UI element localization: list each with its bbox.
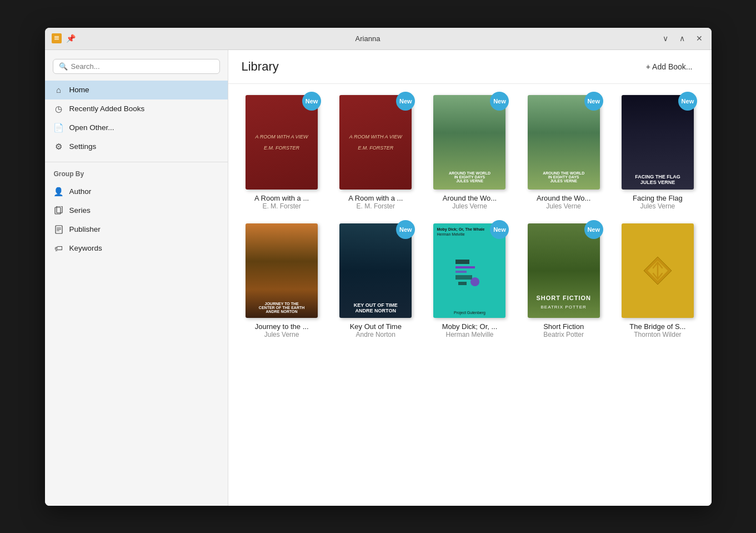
person-icon: 👤: [54, 187, 64, 197]
window-controls: ∨ ∧ ✕: [660, 33, 705, 44]
sidebar-settings-label: Settings: [69, 142, 97, 151]
new-badge: New: [490, 92, 509, 111]
search-icon: 🔍: [59, 62, 68, 71]
sidebar-home-label: Home: [69, 86, 89, 94]
book-cover-wrapper: SHORT FICTIONBEATRIX POTTER New: [528, 223, 600, 318]
sidebar-item-open-other[interactable]: 📄 Open Other...: [45, 118, 228, 137]
book-title: Key Out of Time: [350, 322, 402, 331]
book-author: Andre Norton: [356, 331, 395, 338]
book-title: A Room with a ...: [348, 194, 403, 202]
book-item-journey[interactable]: JOURNEY TO THECENTER OF THE EARTHANDRE N…: [242, 223, 322, 338]
publisher-icon: [54, 225, 64, 235]
book-title: Moby Dick; Or, ...: [442, 322, 498, 331]
svg-rect-10: [455, 260, 469, 264]
sidebar-divider: [45, 162, 228, 162]
book-cover-wrapper: KEY OUT OF TIMEANDRE NORTON New: [339, 223, 412, 318]
sidebar-item-publisher[interactable]: Publisher: [45, 220, 228, 239]
maximize-button[interactable]: ∧: [677, 33, 687, 44]
svg-rect-3: [54, 39, 59, 40]
book-item-room-1[interactable]: A ROOM WITH A VIEWE.M. FORSTER New A Roo…: [242, 95, 322, 210]
book-item-moby-dick[interactable]: Moby Dick; Or, The WhaleHerman Melville: [429, 223, 510, 338]
sidebar-item-keywords[interactable]: 🏷 Keywords: [45, 239, 228, 258]
add-book-button[interactable]: + Add Book...: [640, 59, 698, 74]
books-grid-container: A ROOM WITH A VIEWE.M. FORSTER New A Roo…: [228, 84, 712, 506]
book-author: Jules Verne: [640, 202, 675, 210]
book-author: Herman Melville: [445, 331, 493, 338]
book-title: Around the Wo...: [537, 194, 590, 202]
book-item-bridge[interactable]: The Bridge of S... Thornton Wilder: [617, 223, 698, 338]
new-badge: New: [584, 92, 603, 111]
book-cover-wrapper: Moby Dick; Or, The WhaleHerman Melville: [433, 223, 505, 318]
content-area: Library + Add Book... A ROOM WITH A VIEW…: [228, 50, 712, 506]
svg-rect-1: [54, 36, 59, 37]
sidebar-author-label: Author: [69, 187, 92, 196]
sidebar-open-other-label: Open Other...: [69, 123, 114, 132]
book-item-key-out-of-time[interactable]: KEY OUT OF TIMEANDRE NORTON New Key Out …: [336, 223, 416, 338]
sidebar-item-settings[interactable]: ⚙ Settings: [45, 137, 228, 156]
book-author: Jules Verne: [546, 202, 581, 210]
tag-icon: 🏷: [54, 243, 64, 253]
title-bar-left: 📌: [52, 33, 76, 43]
app-window: 📌 Arianna ∨ ∧ ✕ 🔍 ⌂ Home ◷: [45, 28, 712, 506]
book-cover: JOURNEY TO THECENTER OF THE EARTHANDRE N…: [246, 223, 318, 318]
sidebar-item-recently-added[interactable]: ◷ Recently Added Books: [45, 99, 228, 118]
book-author: Jules Verne: [452, 202, 487, 210]
file-icon: 📄: [54, 123, 64, 133]
book-cover-wrapper: AROUND THE WORLDIN EIGHTY DAYSJULES VERN…: [528, 95, 600, 190]
sidebar-item-home[interactable]: ⌂ Home: [45, 81, 228, 99]
book-item-room-2[interactable]: A ROOM WITH A VIEWE.M. FORSTER New A Roo…: [336, 95, 416, 210]
new-badge: New: [584, 220, 603, 239]
svg-rect-12: [455, 271, 467, 273]
minimize-button[interactable]: ∨: [660, 33, 670, 44]
book-cover-wrapper: FACING THE FLAGJULES VERNE New: [622, 95, 694, 190]
new-badge: New: [302, 92, 321, 111]
sidebar-recently-added-label: Recently Added Books: [69, 104, 145, 113]
book-author: Jules Verne: [264, 331, 299, 338]
svg-rect-15: [458, 282, 467, 285]
book-cover: [622, 223, 694, 318]
svg-rect-13: [455, 275, 472, 280]
book-title: A Room with a ...: [254, 194, 309, 202]
home-icon: ⌂: [54, 85, 64, 95]
title-bar: 📌 Arianna ∨ ∧ ✕: [45, 28, 712, 50]
book-cover-wrapper: JOURNEY TO THECENTER OF THE EARTHANDRE N…: [246, 223, 318, 318]
group-by-label: Group By: [45, 168, 228, 182]
sidebar: 🔍 ⌂ Home ◷ Recently Added Books 📄 Open O…: [45, 50, 228, 506]
close-button[interactable]: ✕: [694, 33, 705, 44]
pin-icon[interactable]: 📌: [66, 34, 76, 43]
book-title: Facing the Flag: [633, 194, 683, 202]
window-title: Arianna: [356, 34, 380, 43]
clock-icon: ◷: [54, 104, 64, 114]
svg-rect-11: [455, 266, 475, 268]
epub-icon: [641, 254, 674, 287]
book-title: Around the Wo...: [443, 194, 497, 202]
book-item-around-2[interactable]: AROUND THE WORLDIN EIGHTY DAYSJULES VERN…: [523, 95, 604, 210]
svg-point-14: [470, 277, 479, 286]
book-item-short-fiction[interactable]: SHORT FICTIONBEATRIX POTTER New Short Fi…: [523, 223, 604, 338]
main-area: 🔍 ⌂ Home ◷ Recently Added Books 📄 Open O…: [45, 50, 712, 506]
book-title: Short Fiction: [543, 322, 584, 331]
book-author: Beatrix Potter: [543, 331, 584, 338]
new-badge: New: [396, 92, 415, 111]
search-box: 🔍: [53, 59, 220, 74]
book-title: The Bridge of S...: [629, 322, 685, 331]
new-badge: New: [490, 220, 509, 239]
sidebar-keywords-label: Keywords: [69, 244, 102, 252]
svg-rect-2: [54, 38, 59, 39]
book-cover-wrapper: A ROOM WITH A VIEWE.M. FORSTER New: [339, 95, 412, 190]
series-icon: [54, 206, 64, 216]
book-cover-wrapper: AROUND THE WORLDIN EIGHTY DAYSJULES VERN…: [433, 95, 505, 190]
app-icon: [52, 33, 62, 43]
book-item-facing-flag[interactable]: FACING THE FLAGJULES VERNE New Facing th…: [617, 95, 698, 210]
book-item-around-1[interactable]: AROUND THE WORLDIN EIGHTY DAYSJULES VERN…: [429, 95, 510, 210]
new-badge: New: [396, 220, 415, 239]
new-badge: New: [678, 92, 697, 111]
sidebar-item-author[interactable]: 👤 Author: [45, 182, 228, 201]
books-grid: A ROOM WITH A VIEWE.M. FORSTER New A Roo…: [242, 95, 698, 338]
sidebar-item-series[interactable]: Series: [45, 201, 228, 220]
book-author: Thornton Wilder: [634, 331, 681, 338]
book-author: E. M. Forster: [357, 202, 395, 210]
search-input[interactable]: [71, 62, 214, 71]
book-cover-wrapper: [622, 223, 694, 318]
settings-icon: ⚙: [54, 142, 64, 152]
